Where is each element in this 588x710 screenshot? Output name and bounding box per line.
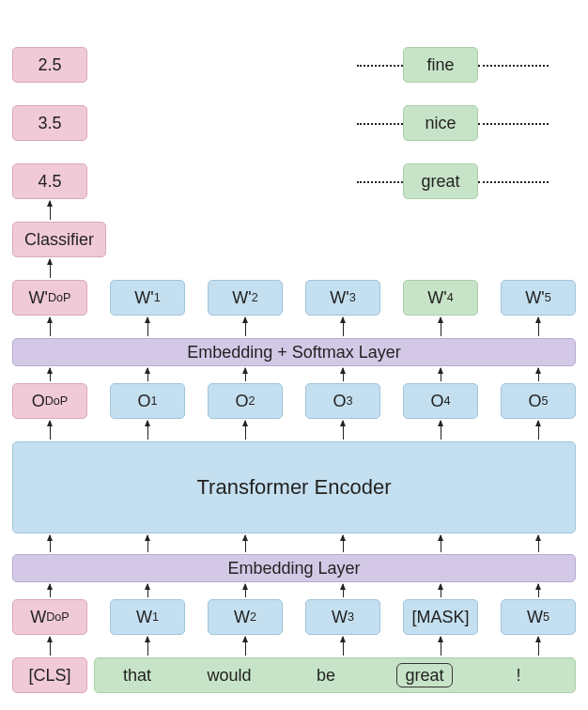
w-dop: WDoP — [12, 599, 87, 635]
arrow — [441, 535, 441, 552]
dotted-line — [478, 181, 549, 183]
token-be: be — [279, 666, 373, 686]
o3: O3 — [305, 383, 380, 419]
arrow — [245, 535, 246, 552]
arrow — [245, 637, 246, 656]
w2: W2 — [208, 599, 283, 635]
candidate-nice: nice — [403, 105, 478, 141]
w-mask: [MASK] — [403, 599, 478, 635]
token-cls: [CLS] — [12, 657, 87, 693]
arrow — [147, 637, 148, 656]
arrow — [245, 421, 246, 440]
arrow — [343, 535, 344, 552]
o2: O2 — [208, 383, 283, 419]
dotted-line — [357, 65, 403, 67]
arrow — [245, 317, 246, 336]
transformer-diagram: [CLS] that would be great ! WDoP W1 W2 W… — [9, 19, 579, 691]
token-bang: ! — [476, 666, 561, 686]
w5: W5 — [501, 599, 576, 635]
embedding-layer: Embedding Layer — [12, 554, 576, 582]
o4: O4 — [403, 383, 478, 419]
softmax-layer: Embedding + Softmax Layer — [12, 338, 576, 366]
arrow — [147, 421, 148, 440]
arrow — [343, 317, 344, 336]
dotted-line — [357, 123, 403, 125]
wp4: W'4 — [403, 280, 478, 316]
wp3: W'3 — [305, 280, 380, 316]
arrow — [50, 421, 51, 440]
arrow — [538, 637, 539, 656]
o-dop: ODoP — [12, 383, 87, 419]
token-that: that — [95, 666, 179, 686]
arrow — [343, 421, 344, 440]
dotted-line — [357, 181, 403, 183]
arrow — [441, 317, 441, 336]
score-45: 4.5 — [12, 163, 87, 199]
arrow — [147, 535, 148, 552]
arrow — [441, 368, 441, 381]
arrow — [50, 535, 51, 552]
classifier: Classifier — [12, 222, 106, 257]
arrow — [538, 535, 539, 552]
arrow — [538, 368, 539, 381]
arrow — [538, 584, 539, 597]
arrow — [441, 637, 441, 656]
arrow — [50, 201, 51, 220]
arrow — [538, 421, 539, 440]
candidate-fine: fine — [403, 47, 478, 83]
arrow — [147, 368, 148, 381]
dotted-line — [478, 123, 549, 125]
w3: W3 — [305, 599, 380, 635]
score-35: 3.5 — [12, 105, 87, 141]
arrow — [50, 584, 51, 597]
arrow — [50, 259, 51, 278]
arrow — [50, 368, 51, 381]
arrow — [343, 584, 344, 597]
wp-dop: W'DoP — [12, 280, 87, 316]
arrow — [147, 584, 148, 597]
score-25: 2.5 — [12, 47, 87, 83]
arrow — [441, 584, 441, 597]
arrow — [147, 317, 148, 336]
input-sentence: that would be great ! — [94, 657, 576, 693]
wp5: W'5 — [501, 280, 576, 316]
wp1: W'1 — [110, 280, 185, 316]
arrow — [538, 317, 539, 336]
arrow — [441, 421, 441, 440]
arrow — [50, 637, 51, 656]
w1: W1 — [110, 599, 185, 635]
dotted-line — [478, 65, 549, 67]
arrow — [343, 637, 344, 656]
arrow — [245, 584, 246, 597]
o5: O5 — [501, 383, 576, 419]
arrow — [245, 368, 246, 381]
arrow — [343, 368, 344, 381]
wp2: W'2 — [208, 280, 283, 316]
token-would: would — [179, 666, 279, 686]
arrow — [50, 317, 51, 336]
candidate-great: great — [403, 163, 478, 199]
token-great-masked: great — [373, 666, 476, 686]
o1: O1 — [110, 383, 185, 419]
transformer-encoder: Transformer Encoder — [12, 441, 576, 533]
